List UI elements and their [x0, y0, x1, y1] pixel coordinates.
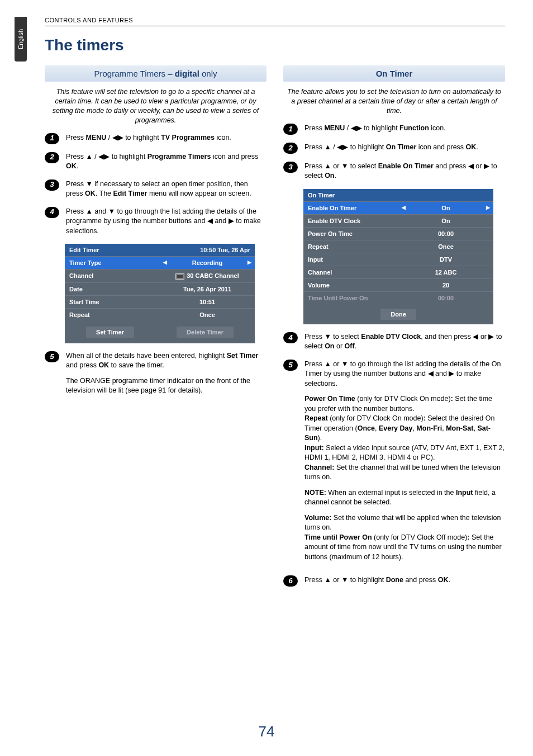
row-label: Time Until Power On: [303, 292, 398, 304]
up-icon: ▲: [324, 143, 331, 151]
set-timer-button[interactable]: Set Timer: [86, 327, 134, 338]
down-icon: ▼: [341, 576, 348, 584]
delete-timer-button[interactable]: Delete Timer: [177, 327, 234, 338]
chevron-left-icon[interactable]: ◀: [163, 259, 167, 265]
step-badge: 2: [45, 152, 59, 163]
row-value: ◀Recording▶: [160, 257, 255, 269]
table-row[interactable]: Time Until Power On00:00: [303, 291, 493, 304]
table-row[interactable]: Channel12 ABC: [303, 266, 493, 278]
post-note: The ORANGE programme timer indicator on …: [66, 376, 266, 396]
table-footer: Set Timer Delete Timer: [65, 321, 255, 343]
row-label: Date: [65, 283, 160, 295]
right-icon: ▶: [484, 162, 489, 170]
left-right-icon: ◀▶: [98, 153, 110, 160]
row-label: Timer Type: [65, 257, 160, 269]
step-r3: 3 Press ▲ or ▼ to select Enable On Timer…: [283, 162, 505, 181]
chevron-left-icon[interactable]: ◀: [402, 205, 406, 210]
row-value: 00:00: [398, 292, 493, 304]
left-icon: ◀: [428, 370, 434, 377]
row-value: 20: [398, 279, 493, 291]
left-icon: ◀: [207, 217, 213, 225]
table-row[interactable]: RepeatOnce: [65, 308, 255, 321]
row-label: Channel: [303, 266, 398, 278]
table-row[interactable]: Volume20: [303, 278, 493, 291]
row-value: On: [398, 215, 493, 227]
table-row[interactable]: Enable On Timer◀On▶: [303, 201, 493, 214]
page-number: 74: [0, 723, 533, 740]
row-label: Enable DTV Clock: [303, 215, 398, 227]
step-r1: 1 Press MENU / ◀▶ to highlight Function …: [283, 124, 505, 135]
step-l3: 3 Press ▼ if necessary to select an open…: [45, 179, 266, 199]
step-l1: 1 Press MENU / ◀▶ to highlight TV Progra…: [45, 133, 266, 144]
table-row[interactable]: Channel30 CABC Channel: [65, 269, 255, 282]
left-icon: ◀: [473, 333, 478, 341]
chevron-right-icon[interactable]: ▶: [248, 259, 251, 265]
up-icon: ▲: [324, 162, 331, 170]
step-badge: 2: [283, 143, 298, 154]
down-icon: ▼: [85, 180, 92, 188]
row-label: Repeat: [303, 240, 398, 253]
table-row[interactable]: Timer Type◀Recording▶: [65, 256, 255, 269]
on-timer-table: On Timer Enable On Timer◀On▶Enable DTV C…: [303, 189, 493, 324]
row-label: Start Time: [65, 296, 160, 308]
row-value: 30 CABC Channel: [160, 270, 255, 282]
step-badge: 3: [283, 162, 298, 173]
row-value: ◀On▶: [398, 202, 493, 214]
up-icon: ▲: [85, 207, 92, 215]
right-icon: ▶: [488, 333, 494, 341]
step-badge: 1: [283, 124, 298, 135]
down-icon: ▼: [324, 333, 331, 341]
step-badge: 6: [283, 575, 298, 587]
left-right-icon: ◀▶: [351, 124, 362, 132]
section-on-timer: On Timer: [283, 65, 505, 82]
step-r2: 2 Press ▲ / ◀▶ to highlight On Timer ico…: [283, 143, 505, 154]
row-value: 12 ABC: [398, 266, 493, 278]
language-label: English: [17, 29, 24, 49]
page-title: The timers: [45, 36, 505, 54]
table-row[interactable]: RepeatOnce: [303, 240, 493, 253]
left-column: Programme Timers – digital only This fea…: [45, 65, 266, 594]
step-r4: 4 Press ▼ to select Enable DTV Clock, an…: [283, 332, 505, 352]
step-badge: 4: [283, 332, 298, 343]
row-label: Enable On Timer: [303, 202, 398, 214]
step-badge: 5: [283, 360, 298, 371]
step-l4: 4 Press ▲ and ▼ to go through the list a…: [45, 207, 266, 237]
step-badge: 5: [45, 351, 59, 362]
step-badge: 4: [45, 207, 59, 218]
intro-left: This feature will set the television to …: [47, 87, 264, 125]
intro-right: The feature allows you to set the televi…: [285, 87, 503, 116]
up-icon: ▲: [85, 153, 92, 160]
table-row[interactable]: Enable DTV ClockOn: [303, 214, 493, 227]
right-column: On Timer The feature allows you to set t…: [283, 65, 505, 594]
table-header: Edit Timer10:50 Tue, 26 Apr: [65, 244, 255, 256]
channel-icon: [175, 273, 184, 280]
up-icon: ▲: [324, 360, 331, 368]
language-tab: English: [15, 17, 27, 62]
row-value: Tue, 26 Apr 2011: [160, 283, 255, 295]
row-value: Once: [160, 309, 255, 321]
edit-timer-table: Edit Timer10:50 Tue, 26 Apr Timer Type◀R…: [65, 244, 255, 343]
step-l5: 5 When all of the details have been ente…: [45, 351, 266, 401]
done-button[interactable]: Done: [380, 309, 416, 320]
table-row[interactable]: DateTue, 26 Apr 2011: [65, 282, 255, 295]
chevron-right-icon[interactable]: ▶: [486, 205, 490, 210]
row-label: Power On Time: [303, 228, 398, 240]
table-row[interactable]: Start Time10:51: [65, 295, 255, 308]
table-row[interactable]: Power On Time00:00: [303, 227, 493, 240]
table-done-row: Done: [303, 304, 493, 324]
step-l2: 2 Press ▲ / ◀▶ to highlight Programme Ti…: [45, 152, 266, 172]
right-icon: ▶: [229, 217, 234, 225]
row-value: 00:00: [398, 228, 493, 240]
step-badge: 1: [45, 133, 59, 144]
step-r5: 5 Press ▲ or ▼ to go through the list ad…: [283, 360, 505, 568]
section-programme-timers: Programme Timers – digital only: [45, 65, 266, 82]
row-value: Once: [398, 240, 493, 253]
step-r6: 6 Press ▲ or ▼ to highlight Done and pre…: [283, 575, 505, 587]
table-row[interactable]: InputDTV: [303, 253, 493, 266]
right-icon: ▶: [449, 370, 454, 377]
row-value: DTV: [398, 253, 493, 266]
page-header: CONTROLS AND FEATURES: [45, 17, 505, 26]
down-icon: ▼: [341, 360, 348, 368]
up-icon: ▲: [324, 576, 331, 584]
left-right-icon: ◀▶: [337, 143, 348, 151]
